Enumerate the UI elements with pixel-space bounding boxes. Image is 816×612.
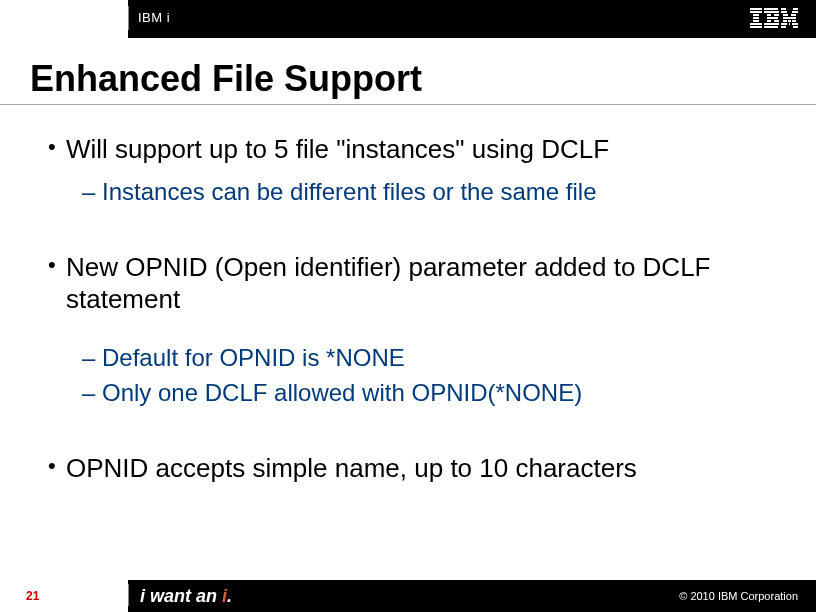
- footer-left-block: 21: [0, 580, 128, 612]
- svg-rect-27: [789, 23, 790, 25]
- svg-rect-22: [783, 17, 796, 19]
- svg-rect-2: [753, 14, 759, 16]
- svg-rect-11: [767, 17, 778, 19]
- svg-rect-28: [792, 23, 798, 25]
- bullet-item: New OPNID (Open identifier) parameter ad…: [48, 251, 786, 316]
- svg-rect-14: [764, 23, 779, 25]
- svg-rect-18: [781, 11, 787, 13]
- slide-content: Will support up to 5 file "instances" us…: [0, 105, 816, 485]
- bullet-sub-item: Instances can be different files or the …: [82, 176, 786, 207]
- header-product-label: IBM i: [138, 10, 170, 25]
- footer-tagline: i want an i.: [140, 586, 232, 607]
- tagline-prefix: i want an: [140, 586, 222, 606]
- footer-divider: [128, 584, 129, 606]
- bullet-sub-item: Default for OPNID is *NONE: [82, 342, 786, 373]
- slide-footer: 21 i want an i. © 2010 IBM Corporation: [0, 580, 816, 612]
- svg-rect-9: [767, 14, 771, 16]
- footer-copyright: © 2010 IBM Corporation: [679, 590, 798, 602]
- slide-title: Enhanced File Support: [0, 38, 816, 104]
- svg-rect-3: [753, 17, 759, 19]
- header-divider: [128, 6, 129, 30]
- svg-rect-24: [788, 20, 791, 22]
- svg-rect-17: [793, 8, 798, 10]
- bullet-item: Will support up to 5 file "instances" us…: [48, 133, 786, 166]
- bullet-item: OPNID accepts simple name, up to 10 char…: [48, 452, 786, 485]
- page-number: 21: [0, 589, 39, 603]
- svg-rect-1: [750, 11, 762, 13]
- svg-rect-4: [753, 20, 759, 22]
- svg-rect-23: [783, 20, 787, 22]
- svg-rect-15: [764, 26, 778, 28]
- bullet-sub-item: Only one DCLF allowed with OPNID(*NONE): [82, 377, 786, 408]
- svg-rect-13: [774, 20, 779, 22]
- svg-rect-19: [792, 11, 798, 13]
- svg-rect-12: [767, 20, 771, 22]
- svg-rect-8: [764, 11, 779, 13]
- svg-rect-10: [774, 14, 779, 16]
- svg-rect-16: [781, 8, 786, 10]
- svg-rect-21: [791, 14, 796, 16]
- svg-rect-29: [781, 26, 786, 28]
- tagline-suffix: .: [227, 586, 232, 606]
- svg-rect-5: [750, 23, 762, 25]
- slide-header: IBM i: [0, 0, 816, 38]
- svg-rect-20: [783, 14, 788, 16]
- svg-rect-0: [750, 8, 762, 10]
- ibm-logo-icon: [750, 8, 798, 28]
- svg-rect-7: [764, 8, 778, 10]
- svg-rect-26: [781, 23, 787, 25]
- svg-rect-6: [750, 26, 762, 28]
- svg-rect-30: [793, 26, 798, 28]
- header-left-block: [0, 0, 128, 38]
- svg-rect-25: [792, 20, 796, 22]
